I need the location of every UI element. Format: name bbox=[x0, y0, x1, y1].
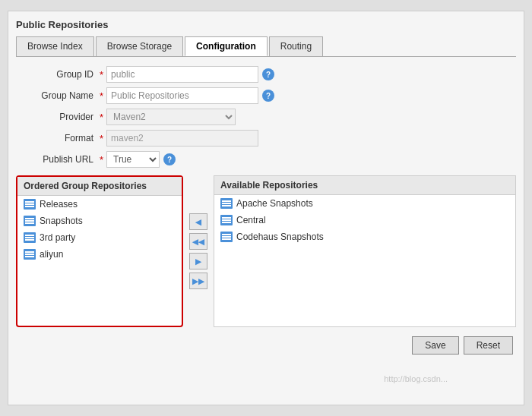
available-repos-header: Available Repositories bbox=[214, 176, 515, 195]
format-input bbox=[106, 130, 258, 147]
repo-item-label: aliyun bbox=[40, 249, 63, 260]
repos-section: Ordered Group Repositories Releases Snap… bbox=[16, 175, 516, 327]
required-star-group-name: * bbox=[100, 90, 103, 102]
repo-icon bbox=[220, 215, 233, 225]
list-item[interactable]: Apache Snapshots bbox=[214, 195, 515, 212]
group-name-row: Group Name * ? bbox=[16, 87, 516, 104]
group-name-info-icon[interactable]: ? bbox=[262, 90, 274, 102]
required-star-publish-url: * bbox=[100, 154, 103, 165]
publish-url-row: Publish URL * True False ? bbox=[16, 151, 516, 168]
provider-select[interactable]: Maven2 bbox=[106, 109, 236, 125]
available-repos-list: Apache Snapshots Central Codehaus Snapsh… bbox=[214, 195, 515, 245]
publish-url-info-icon[interactable]: ? bbox=[163, 153, 176, 165]
provider-label: Provider bbox=[16, 112, 100, 122]
group-id-label: Group ID bbox=[16, 69, 100, 80]
group-name-input[interactable] bbox=[106, 87, 258, 104]
tab-configuration[interactable]: Configuration bbox=[185, 36, 268, 56]
ordered-repos-list: Releases Snapshots 3rd party aliyun bbox=[17, 196, 182, 263]
repo-icon bbox=[24, 249, 36, 260]
repo-icon bbox=[24, 216, 36, 226]
move-far-right-button[interactable]: ▶▶ bbox=[189, 273, 207, 289]
tab-browse-index[interactable]: Browse Index bbox=[16, 36, 94, 56]
repo-item-label: 3rd party bbox=[40, 232, 75, 243]
main-panel: Public Repositories Browse Index Browse … bbox=[8, 11, 524, 405]
publish-url-select[interactable]: True False bbox=[106, 151, 160, 168]
repo-item-label: Snapshots bbox=[40, 216, 83, 226]
publish-url-label: Publish URL bbox=[16, 154, 100, 165]
move-far-left-button[interactable]: ◀◀ bbox=[189, 233, 207, 250]
format-label: Format bbox=[16, 133, 100, 143]
list-item[interactable]: 3rd party bbox=[17, 229, 182, 246]
list-item[interactable]: Codehaus Snapshots bbox=[214, 228, 515, 245]
move-left-button[interactable]: ◀ bbox=[189, 213, 207, 230]
repo-controls: ◀ ◀◀ ▶ ▶▶ bbox=[183, 175, 214, 327]
group-id-row: Group ID * ? bbox=[16, 66, 516, 83]
repo-item-label: Central bbox=[236, 215, 266, 225]
required-star-format: * bbox=[100, 133, 103, 144]
list-item[interactable]: Central bbox=[214, 212, 515, 228]
panel-title: Public Repositories bbox=[16, 19, 516, 30]
ordered-repos-header: Ordered Group Repositories bbox=[17, 177, 182, 196]
tab-bar: Browse Index Browse Storage Configuratio… bbox=[16, 36, 516, 57]
list-item[interactable]: Releases bbox=[17, 196, 182, 213]
repo-item-label: Releases bbox=[40, 199, 78, 210]
available-repos-wrapper: Available Repositories Apache Snapshots … bbox=[214, 175, 516, 327]
repo-icon bbox=[24, 199, 36, 210]
tab-browse-storage[interactable]: Browse Storage bbox=[96, 36, 183, 56]
repo-icon bbox=[24, 232, 36, 243]
list-item[interactable]: aliyun bbox=[17, 246, 182, 263]
format-row: Format * bbox=[16, 130, 516, 147]
group-id-info-icon[interactable]: ? bbox=[262, 68, 274, 80]
ordered-repos-container: Ordered Group Repositories Releases Snap… bbox=[16, 175, 183, 327]
repo-item-label: Codehaus Snapshots bbox=[236, 232, 324, 242]
required-star-provider: * bbox=[100, 112, 103, 123]
reset-button[interactable]: Reset bbox=[464, 336, 513, 355]
available-repos-container: Available Repositories Apache Snapshots … bbox=[214, 175, 516, 327]
repo-icon bbox=[220, 198, 233, 209]
list-item[interactable]: Snapshots bbox=[17, 213, 182, 229]
required-star-group-id: * bbox=[100, 69, 103, 80]
provider-row: Provider * Maven2 bbox=[16, 109, 516, 125]
group-id-input[interactable] bbox=[106, 66, 258, 83]
group-name-label: Group Name bbox=[16, 90, 100, 101]
repo-icon bbox=[220, 232, 233, 242]
repo-item-label: Apache Snapshots bbox=[236, 198, 313, 209]
move-right-button[interactable]: ▶ bbox=[189, 253, 207, 269]
save-button[interactable]: Save bbox=[412, 336, 458, 355]
tab-routing[interactable]: Routing bbox=[269, 36, 323, 56]
ordered-repos-wrapper: Ordered Group Repositories Releases Snap… bbox=[16, 175, 183, 327]
watermark: http://blog.csdn... bbox=[384, 374, 448, 383]
bottom-bar: Save Reset bbox=[16, 336, 516, 355]
